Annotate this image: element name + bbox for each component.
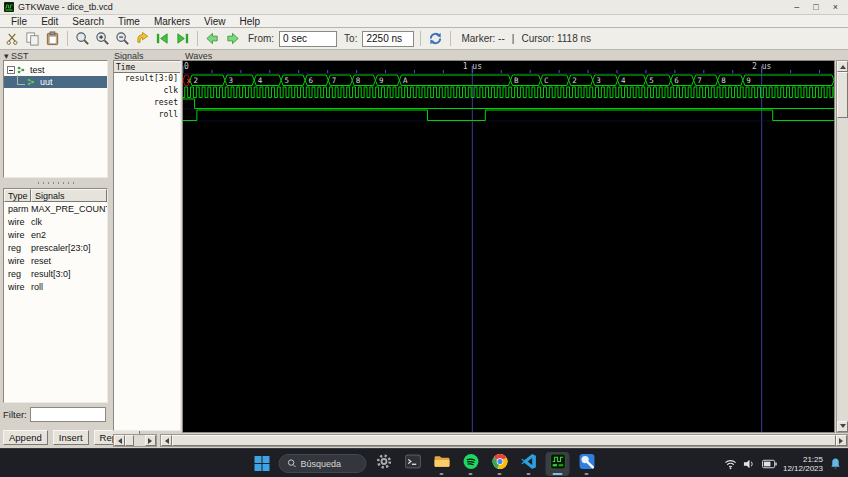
running-indicator (527, 473, 531, 475)
signal-name-result[interactable]: result[3:0] (114, 73, 180, 85)
append-button[interactable]: Append (3, 430, 48, 445)
volume-icon[interactable] (743, 458, 756, 470)
taskbar-search[interactable]: Búsqueda (279, 454, 367, 473)
jump-to-end-icon[interactable] (174, 30, 191, 47)
menu-search[interactable]: Search (65, 16, 111, 27)
signal-row-roll[interactable]: wireroll (4, 280, 107, 293)
close-button[interactable]: × (833, 2, 838, 12)
running-indicator (440, 473, 444, 475)
scroll-left-arrow[interactable] (114, 435, 125, 446)
maximize-button[interactable]: □ (813, 2, 818, 12)
signal-name: reset (31, 256, 107, 266)
toolbar-separator (67, 31, 68, 46)
sst-tree: test uut (3, 60, 108, 178)
chrome-icon (491, 453, 508, 474)
menu-edit[interactable]: Edit (34, 16, 65, 27)
signal-name-clk[interactable]: clk (114, 85, 180, 97)
copy-icon[interactable] (24, 30, 41, 47)
signal-name-reset[interactable]: reset (114, 97, 180, 109)
zoom-in-icon[interactable] (94, 30, 111, 47)
spotify-taskbar-button[interactable] (459, 452, 483, 476)
signal-row-reset[interactable]: wirereset (4, 254, 107, 267)
terminal-taskbar-button[interactable] (401, 452, 425, 476)
to-input[interactable] (362, 31, 414, 47)
scroll-up-arrow[interactable] (837, 61, 848, 72)
zoom-fit-icon[interactable] (74, 30, 91, 47)
cursor-status: Cursor: 1118 ns (521, 33, 591, 44)
pane-resize-handle[interactable] (36, 181, 76, 185)
tree-item-label: test (30, 65, 45, 75)
insert-button[interactable]: Insert (53, 430, 89, 445)
signal-row-prescaler230[interactable]: regprescaler[23:0] (4, 241, 107, 254)
reload-icon[interactable] (427, 30, 444, 47)
menu-time[interactable]: Time (111, 16, 147, 27)
timeline-label: 2 us (752, 62, 771, 71)
file-explorer-taskbar-button[interactable] (430, 452, 454, 476)
cut-icon[interactable] (4, 30, 21, 47)
module-icon (27, 78, 37, 86)
jump-to-start-icon[interactable] (154, 30, 171, 47)
scroll-right-arrow[interactable] (145, 435, 156, 446)
scroll-left-arrow[interactable] (161, 435, 172, 446)
paste-icon[interactable] (44, 30, 61, 47)
tree-expander-icon[interactable] (7, 66, 15, 74)
filter-row: Filter: (3, 407, 106, 422)
signal-row-result30[interactable]: regresult[3:0] (4, 267, 107, 280)
step-left-icon[interactable] (204, 30, 221, 47)
bus-value: 9 (746, 76, 751, 85)
clock-date: 12/12/2023 (783, 464, 823, 473)
signal-type: wire (4, 282, 31, 292)
screen: GTKWave - dice_tb.vcd – □ × FileEditSear… (0, 0, 848, 477)
wifi-icon[interactable] (724, 458, 737, 470)
zoom-undo-icon[interactable] (134, 30, 151, 47)
menu-markers[interactable]: Markers (147, 16, 197, 27)
main-area: ▾ SST test uut Type Signals (0, 50, 848, 448)
chrome-taskbar-button[interactable] (488, 452, 512, 476)
menu-file[interactable]: File (4, 16, 34, 27)
signal-type: wire (4, 256, 31, 266)
taskbar-clock[interactable]: 21:25 12/12/2023 (783, 455, 823, 473)
toolbar-separator (420, 31, 421, 46)
step-right-icon[interactable] (224, 30, 241, 47)
from-input[interactable] (279, 31, 337, 47)
spotify-icon (462, 453, 479, 474)
signal-name-roll[interactable]: roll (114, 109, 180, 121)
signal-name: en2 (31, 230, 107, 240)
from-label: From: (248, 33, 274, 44)
signal-row-clk[interactable]: wireclk (4, 215, 107, 228)
signal-row-en2[interactable]: wireen2 (4, 228, 107, 241)
running-indicator (585, 473, 589, 475)
toolbar-separator (197, 31, 198, 46)
menu-view[interactable]: View (197, 16, 233, 27)
bus-value: A (403, 76, 408, 85)
title-bar: GTKWave - dice_tb.vcd – □ × (0, 0, 848, 15)
filter-input[interactable] (30, 407, 106, 422)
signal-names-hscrollbar[interactable] (113, 434, 157, 447)
bus-value: 3 (228, 76, 233, 85)
column-header-signals[interactable]: Signals (31, 189, 107, 202)
wave-canvas[interactable]: 01 us2 usx23456789ABC23456789 (182, 60, 835, 433)
scroll-down-arrow[interactable] (837, 421, 848, 432)
waves-hscrollbar[interactable] (160, 434, 848, 447)
gtkwave-taskbar-button[interactable] (546, 452, 570, 476)
column-header-type[interactable]: Type (4, 189, 31, 202)
settings-taskbar-button[interactable] (372, 452, 396, 476)
menu-help[interactable]: Help (233, 16, 268, 27)
start-button[interactable] (250, 452, 274, 476)
vscode-icon (520, 453, 537, 474)
tree-item-uut[interactable]: uut (4, 76, 107, 88)
bus-value: 8 (356, 76, 361, 85)
gtkwave-app-icon (4, 2, 14, 12)
minimize-button[interactable]: – (794, 2, 799, 12)
zoom-out-icon[interactable] (114, 30, 131, 47)
battery-icon[interactable] (762, 459, 777, 469)
filter-label: Filter: (3, 409, 27, 420)
scroll-right-arrow[interactable] (836, 435, 847, 446)
signal-row-MAX_PRE_COUNT[interactable]: parmMAX_PRE_COUNT (4, 202, 107, 215)
vscode-taskbar-button[interactable] (517, 452, 541, 476)
signal-name: MAX_PRE_COUNT (31, 204, 108, 214)
notification-bell-icon[interactable] (829, 457, 842, 470)
paint-taskbar-button[interactable] (575, 452, 599, 476)
waves-vscrollbar[interactable] (836, 60, 848, 433)
running-indicator (469, 473, 473, 475)
